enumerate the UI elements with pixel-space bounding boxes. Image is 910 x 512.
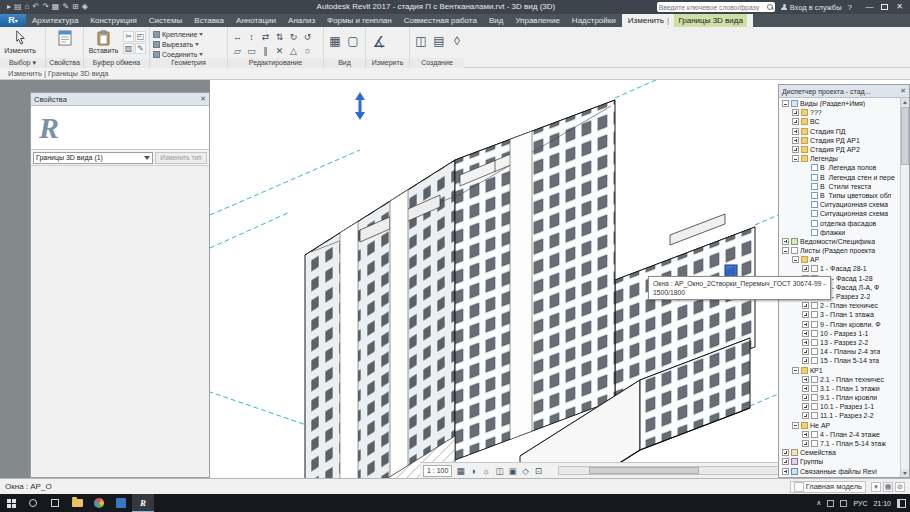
browser-tree-item[interactable]: 1 - Фасад 28-1 bbox=[779, 264, 900, 273]
expand-toggle-icon[interactable] bbox=[802, 394, 809, 401]
browser-tree-item[interactable]: Семейства bbox=[779, 448, 900, 457]
notification-center-icon[interactable] bbox=[897, 499, 906, 508]
view-control-icon[interactable]: ☼ bbox=[480, 465, 492, 477]
clock[interactable]: 21:10 bbox=[873, 500, 891, 507]
ribbon-tab[interactable]: Вид bbox=[483, 14, 509, 27]
browser-tree-item[interactable]: В_Стили текста bbox=[779, 182, 900, 191]
ribbon-tab[interactable]: Вставка bbox=[188, 14, 230, 27]
browser-scrollbar[interactable] bbox=[900, 98, 909, 477]
browser-tree-item[interactable]: 7.1 - План 5-14 этаж bbox=[779, 439, 900, 448]
restore-button[interactable] bbox=[877, 0, 892, 15]
create-tool-icon[interactable]: ▤ bbox=[431, 33, 447, 49]
expand-toggle-icon[interactable] bbox=[792, 367, 799, 374]
quick-access-icon[interactable]: ✎ bbox=[62, 0, 69, 14]
browser-tree-item[interactable]: Не АР bbox=[779, 421, 900, 430]
scroll-down-icon[interactable] bbox=[901, 469, 909, 477]
browser-tree-item[interactable]: Виды (Раздел+Имя) bbox=[779, 99, 900, 108]
task-view-button[interactable] bbox=[44, 494, 66, 512]
browser-tree-item[interactable]: Ситуационная схема bbox=[779, 209, 900, 218]
expand-toggle-icon[interactable] bbox=[802, 376, 809, 383]
scrollbar-thumb[interactable] bbox=[901, 107, 909, 165]
view-control-icon[interactable]: ◫ bbox=[493, 465, 505, 477]
panel-label-edit[interactable]: Редактирование bbox=[228, 58, 323, 68]
edit-tool-icon[interactable]: ✕ bbox=[273, 44, 286, 57]
browser-app-icon[interactable] bbox=[88, 494, 110, 512]
edit-tool-icon[interactable]: ↕ bbox=[245, 30, 258, 43]
tray-icon[interactable] bbox=[827, 500, 834, 507]
properties-button[interactable] bbox=[49, 29, 80, 46]
expand-toggle-icon[interactable] bbox=[782, 458, 789, 465]
clipboard-tool-icon[interactable]: ▨ bbox=[123, 43, 134, 54]
ribbon-tab[interactable]: Системы bbox=[143, 14, 189, 27]
expand-toggle-icon[interactable] bbox=[792, 155, 799, 162]
geometry-tool-button[interactable]: Вырезать bbox=[153, 40, 203, 49]
browser-tree-item[interactable]: 10.1 - Разрез 1-1 bbox=[779, 402, 900, 411]
ribbon-tab[interactable]: Аннотации bbox=[230, 14, 282, 27]
edit-tool-icon[interactable]: ▭ bbox=[245, 44, 258, 57]
panel-label-create[interactable]: Создание bbox=[410, 58, 464, 68]
ribbon-tab[interactable]: Управление bbox=[509, 14, 565, 27]
expand-toggle-icon[interactable] bbox=[792, 422, 799, 429]
browser-tree-item[interactable]: 15 - План 5-14 эта bbox=[779, 356, 900, 365]
ribbon-tab[interactable]: Надстройки bbox=[566, 14, 622, 27]
expand-toggle-icon[interactable] bbox=[782, 247, 789, 254]
ribbon-tab[interactable]: Анализ bbox=[282, 14, 321, 27]
expand-toggle-icon[interactable] bbox=[782, 468, 789, 475]
tray-expand-icon[interactable]: ∧ bbox=[816, 499, 821, 507]
view-control-icon[interactable]: ▣ bbox=[506, 465, 518, 477]
expand-toggle-icon[interactable] bbox=[802, 348, 809, 355]
application-menu-button[interactable]: R▾ bbox=[0, 14, 26, 27]
browser-tree-item[interactable]: отделка фасадов bbox=[779, 218, 900, 227]
panel-label-select[interactable]: Выбор ▾ bbox=[0, 58, 45, 68]
expand-toggle-icon[interactable] bbox=[802, 302, 809, 309]
edit-tool-icon[interactable]: ↔ bbox=[231, 30, 244, 43]
properties-header[interactable]: Свойства ✕ bbox=[31, 93, 209, 106]
file-explorer-icon[interactable] bbox=[66, 494, 88, 512]
quick-access-icon[interactable]: ⌂ bbox=[25, 0, 30, 14]
ribbon-tab-modify-contextual[interactable]: Изменить | Границы 3D вида bbox=[622, 14, 753, 27]
create-tool-icon[interactable]: ◊ bbox=[449, 33, 465, 49]
expand-toggle-icon[interactable] bbox=[792, 146, 799, 153]
quick-access-icon[interactable]: ↶ bbox=[32, 0, 39, 14]
minimize-button[interactable]: — bbox=[862, 0, 877, 15]
panel-label-view[interactable]: Вид bbox=[324, 58, 365, 68]
browser-tree-item[interactable]: В_Легенда стен и пере bbox=[779, 173, 900, 182]
scale-button[interactable]: 1 : 100 bbox=[423, 465, 452, 477]
browser-tree-item[interactable]: В_Легенда полов bbox=[779, 163, 900, 172]
infocenter-search[interactable] bbox=[657, 2, 775, 12]
ribbon-tab[interactable]: Архитектура bbox=[26, 14, 84, 27]
quick-access-icon[interactable]: ◈ bbox=[82, 0, 88, 14]
edit-tool-icon[interactable]: ↺ bbox=[301, 30, 314, 43]
browser-tree-item[interactable]: АР bbox=[779, 255, 900, 264]
browser-tree-item[interactable]: В_Типы цветовых обл bbox=[779, 191, 900, 200]
create-tool-icon[interactable]: ◫ bbox=[413, 33, 429, 49]
browser-tree-item[interactable]: ВС bbox=[779, 117, 900, 126]
browser-tree-item[interactable]: Связанные файлы Revi bbox=[779, 467, 900, 476]
browser-tree-item[interactable]: 3 - План 1 этажа bbox=[779, 310, 900, 319]
quick-access-icon[interactable]: ▦ bbox=[52, 0, 60, 14]
browser-tree-item[interactable]: Стадия РД АР1 bbox=[779, 136, 900, 145]
close-icon[interactable]: ✕ bbox=[900, 87, 906, 95]
browser-tree-item[interactable]: Ведомости/Специфика bbox=[779, 237, 900, 246]
browser-tree-item[interactable]: 14 - Планы 2-4 эта bbox=[779, 347, 900, 356]
browser-tree-item[interactable]: 13 - Разрез 2-2 bbox=[779, 338, 900, 347]
view-tool-icon[interactable]: ▢ bbox=[345, 33, 361, 49]
expand-toggle-icon[interactable] bbox=[802, 385, 809, 392]
paste-button[interactable]: Вставить bbox=[87, 29, 120, 54]
edit-tool-icon[interactable]: ⇅ bbox=[273, 30, 286, 43]
expand-toggle-icon[interactable] bbox=[802, 403, 809, 410]
edit-tool-icon[interactable]: △ bbox=[287, 44, 300, 57]
expand-toggle-icon[interactable] bbox=[782, 449, 789, 456]
expand-toggle-icon[interactable] bbox=[802, 321, 809, 328]
expand-toggle-icon[interactable] bbox=[782, 238, 789, 245]
ribbon-tab[interactable]: Совместная работа bbox=[398, 14, 483, 27]
revit-taskbar-icon[interactable]: R bbox=[132, 494, 154, 512]
quick-access-icon[interactable]: ↷ bbox=[42, 0, 49, 14]
expand-toggle-icon[interactable] bbox=[802, 311, 809, 318]
tray-icon[interactable] bbox=[840, 500, 847, 507]
type-selector-dropdown[interactable]: Границы 3D вида (1) bbox=[33, 152, 153, 164]
pinned-app-icon[interactable] bbox=[110, 494, 132, 512]
edit-tool-icon[interactable]: ⇄ bbox=[259, 30, 272, 43]
expand-toggle-icon[interactable] bbox=[802, 431, 809, 438]
expand-toggle-icon[interactable] bbox=[802, 330, 809, 337]
